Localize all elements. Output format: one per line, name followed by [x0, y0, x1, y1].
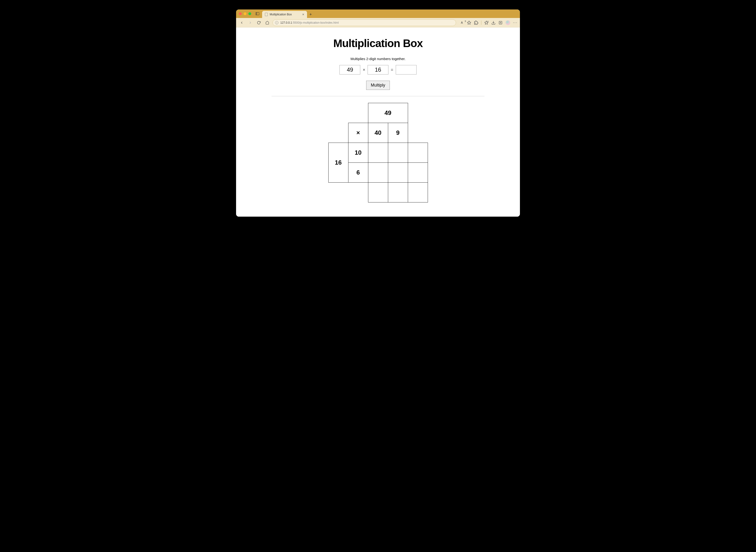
browser-tab[interactable]: Multiplication Box × [262, 11, 307, 18]
grid-cell-r2c1 [368, 163, 388, 182]
maximize-window-button[interactable] [248, 12, 251, 15]
grid-col-ones: 9 [388, 123, 408, 143]
grid-left-number: 16 [328, 143, 348, 182]
grid-total [408, 182, 428, 202]
input-row: × = [272, 65, 484, 75]
grid-rowsum-1 [408, 143, 428, 163]
downloads-icon[interactable] [491, 21, 496, 25]
grid-row-tens: 10 [348, 143, 368, 163]
divider [272, 96, 484, 96]
result-output [396, 65, 416, 75]
minimize-window-button[interactable] [244, 12, 246, 15]
grid-col-tens: 40 [368, 123, 388, 143]
address-bar[interactable]: i 127.0.0.1:5500/js-multiplication-box/i… [272, 19, 456, 26]
multiplicand-input[interactable] [340, 65, 360, 75]
profile-avatar[interactable] [505, 20, 510, 25]
toolbar-right: A)) ··· [460, 20, 518, 25]
multiplication-grid: 49 × 40 9 16 10 [328, 103, 428, 202]
page-heading: Multiplication Box [272, 37, 484, 50]
browser-window: Multiplication Box × + i 127.0.0.1:5500/… [236, 9, 520, 217]
favorites-bar-icon[interactable] [484, 21, 489, 25]
page-content: Multiplication Box Multiplies 2-digit nu… [236, 27, 520, 217]
url-text: 127.0.0.1:5500/js-multiplication-box/ind… [280, 21, 339, 24]
tab-overview-icon[interactable] [255, 12, 259, 15]
extensions-icon[interactable] [474, 21, 478, 25]
favorite-icon[interactable] [467, 21, 471, 25]
multiplication-grid-wrap: 49 × 40 9 16 10 [272, 103, 484, 202]
grid-colsum-1 [368, 182, 388, 202]
grid-top-number: 49 [368, 103, 408, 123]
page-icon [265, 13, 268, 16]
new-tab-button[interactable]: + [309, 12, 312, 17]
times-symbol: × [363, 67, 365, 73]
grid-times-symbol: × [348, 123, 368, 143]
titlebar: Multiplication Box × + [236, 9, 520, 18]
forward-button[interactable] [247, 19, 254, 26]
more-menu-button[interactable]: ··· [513, 21, 518, 25]
window-controls [239, 12, 251, 15]
close-window-button[interactable] [239, 12, 242, 15]
page-subtitle: Multiplies 2-digit numbers together. [272, 57, 484, 61]
back-button[interactable] [238, 19, 245, 26]
equals-symbol: = [391, 67, 393, 73]
grid-colsum-2 [388, 182, 408, 202]
grid-cell-r1c1 [368, 143, 388, 163]
tabstrip: Multiplication Box × + [262, 9, 312, 18]
grid-row-ones: 6 [348, 163, 368, 182]
svg-marker-0 [467, 21, 471, 24]
toolbar: i 127.0.0.1:5500/js-multiplication-box/i… [236, 18, 520, 27]
read-aloud-icon[interactable]: A)) [460, 21, 464, 25]
collections-icon[interactable] [498, 21, 503, 25]
grid-rowsum-2 [408, 163, 428, 182]
tab-title: Multiplication Box [270, 13, 292, 16]
svg-marker-1 [484, 21, 488, 24]
multiplier-input[interactable] [368, 65, 388, 75]
site-info-icon[interactable]: i [275, 21, 278, 24]
home-button[interactable] [264, 19, 271, 26]
close-tab-button[interactable]: × [302, 13, 304, 16]
multiply-button[interactable]: Multiply [366, 81, 390, 90]
refresh-button[interactable] [255, 19, 262, 26]
grid-cell-r1c2 [388, 143, 408, 163]
grid-cell-r2c2 [388, 163, 408, 182]
